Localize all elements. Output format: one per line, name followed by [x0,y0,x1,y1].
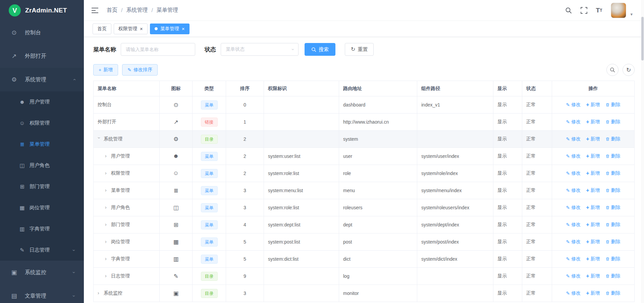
user-icon: ☻ [173,153,179,159]
delete-link[interactable]: 删除 [605,205,621,211]
table-row[interactable]: 外部打开 ↗ 链接 1 http://www.izhaorui.cn 显示 正常… [94,114,635,131]
add-link[interactable]: +新增 [586,222,600,228]
table-row[interactable]: ›用户角色 ◫ 菜单 3 system:role:list roleusers … [94,199,635,216]
table-row[interactable]: 控制台 ⊙ 菜单 0 dashboard index_v1 显示 正常 ✎修改 … [94,96,635,114]
close-icon[interactable]: × [140,26,143,31]
breadcrumb-item[interactable]: 系统管理 [126,7,148,14]
chevron-down-icon[interactable]: ▾ [630,12,633,18]
sidebar-item-post[interactable]: ▦岗位管理 [0,197,84,218]
edit-link[interactable]: ✎修改 [566,290,581,296]
delete-link[interactable]: 删除 [605,170,621,176]
scrollbar[interactable] [641,0,644,303]
edit-link[interactable]: ✎修改 [566,119,581,125]
add-link[interactable]: +新增 [586,290,600,296]
reset-button[interactable]: ↻ 重置 [345,43,374,56]
edit-link[interactable]: ✎修改 [566,136,581,142]
sidebar-item-role[interactable]: ☺权限管理 [0,113,84,134]
expand-arrow[interactable]: › [105,170,108,176]
scrollbar-thumb[interactable] [641,17,644,60]
avatar[interactable] [611,3,626,18]
delete-link[interactable]: 删除 [605,119,621,125]
expand-arrow[interactable]: › [105,153,108,159]
delete-link[interactable]: 删除 [605,136,621,142]
font-size-icon[interactable]: TT [596,7,602,13]
add-link[interactable]: +新增 [586,205,600,211]
sidebar-item-monitor[interactable]: ▣系统监控› [0,261,84,284]
table-row[interactable]: ›部门管理 ⊞ 菜单 4 system:dept:list dept syste… [94,216,635,233]
tab-home[interactable]: 首页 [93,24,111,34]
expand-arrow[interactable]: › [98,290,101,296]
delete-link[interactable]: 删除 [605,290,621,296]
edit-link[interactable]: ✎修改 [566,205,581,211]
type-tag: 菜单 [201,152,218,161]
edit-link[interactable]: ✎修改 [566,187,581,193]
add-link[interactable]: +新增 [586,102,600,108]
hamburger-icon[interactable] [91,6,99,15]
collapse-arrow[interactable]: › [97,137,102,140]
add-link[interactable]: +新增 [586,119,600,125]
table-row[interactable]: ›字典管理 ▥ 菜单 5 system:dict:list dict syste… [94,251,635,268]
trash-icon [605,205,610,210]
close-icon[interactable]: × [182,26,185,31]
table-row[interactable]: ›系统监控 ▣ 目录 3 monitor 显示 正常 ✎修改 +新增 删除 [94,285,635,302]
sidebar-item-roleusers[interactable]: ◫用户角色 [0,155,84,176]
edit-link[interactable]: ✎修改 [566,256,581,262]
breadcrumb-item[interactable]: 首页 [107,7,117,14]
sidebar-item-menu[interactable]: ≣菜单管理 [0,134,84,155]
table-row[interactable]: ›权限管理 ☺ 菜单 2 system:role:list role syste… [94,165,635,182]
expand-arrow[interactable]: › [105,222,108,227]
table-row[interactable]: ›用户管理 ☻ 菜单 2 system:user:list user syste… [94,148,635,165]
edit-link[interactable]: ✎修改 [566,170,581,176]
edit-sort-button[interactable]: ✎ 修改排序 [122,64,158,76]
add-button[interactable]: + 新增 [93,64,118,76]
add-link[interactable]: +新增 [586,136,600,142]
table-row[interactable]: ›岗位管理 ▦ 菜单 5 system:post:list post syste… [94,233,635,251]
edit-link[interactable]: ✎修改 [566,153,581,159]
add-link[interactable]: +新增 [586,187,600,193]
search-toggle-button[interactable] [606,64,619,76]
edit-link[interactable]: ✎修改 [566,222,581,228]
delete-link[interactable]: 删除 [605,256,621,262]
expand-arrow[interactable]: › [105,256,108,261]
add-link[interactable]: +新增 [586,273,600,279]
sidebar-item-external[interactable]: ↗外部打开 [0,44,84,68]
menu-name-input[interactable] [121,43,195,56]
fullscreen-icon[interactable] [581,7,587,14]
edit-link[interactable]: ✎修改 [566,102,581,108]
expand-arrow[interactable]: › [105,273,108,278]
sidebar-item-system[interactable]: ⚙系统管理› [0,68,84,91]
expand-arrow[interactable]: › [105,205,108,210]
add-link[interactable]: +新增 [586,239,600,245]
add-link[interactable]: +新增 [586,153,600,159]
expand-arrow[interactable]: › [105,187,108,193]
delete-link[interactable]: 删除 [605,102,621,108]
sidebar-item-article[interactable]: ▤文章管理› [0,284,84,303]
sidebar-item-dict[interactable]: ▥字典管理 [0,218,84,240]
table-row[interactable]: ›菜单管理 ≣ 菜单 3 system:menu:list menu syste… [94,182,635,199]
delete-link[interactable]: 删除 [605,153,621,159]
permission-value [264,285,339,302]
sidebar-item-dept[interactable]: ⊞部门管理 [0,176,84,197]
expand-arrow[interactable]: › [105,239,108,244]
delete-link[interactable]: 删除 [605,273,621,279]
search-icon[interactable] [565,7,572,14]
delete-link[interactable]: 删除 [605,187,621,193]
topbar-actions: TT ▾ [565,3,633,18]
sidebar-item-dashboard[interactable]: ⊙控制台 [0,21,84,44]
sidebar-item-user[interactable]: ☻用户管理 [0,91,84,113]
table-row[interactable]: ›系统管理 ⚙ 目录 2 system 显示 正常 ✎修改 +新增 删除 [94,131,635,148]
logo[interactable]: V ZrAdmin.NET [0,0,84,21]
tab-role[interactable]: 权限管理× [114,24,148,34]
refresh-table-button[interactable]: ↻ [623,64,635,76]
edit-link[interactable]: ✎修改 [566,239,581,245]
edit-link[interactable]: ✎修改 [566,273,581,279]
tab-menu[interactable]: 菜单管理× [150,24,190,34]
search-button[interactable]: 搜索 [305,43,335,56]
table-row[interactable]: ›日志管理 ✎ 目录 9 log 显示 正常 ✎修改 +新增 删除 [94,268,635,285]
delete-link[interactable]: 删除 [605,222,621,228]
delete-link[interactable]: 删除 [605,239,621,245]
add-link[interactable]: +新增 [586,256,600,262]
sidebar-item-log[interactable]: ✎日志管理› [0,240,84,261]
add-link[interactable]: +新增 [586,170,600,176]
status-select[interactable]: 菜单状态 › [221,43,299,56]
